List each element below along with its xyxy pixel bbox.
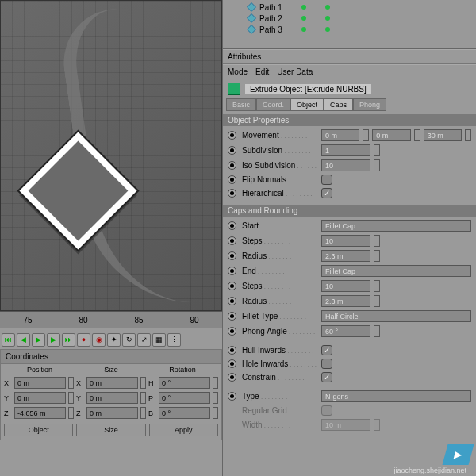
hier-checkbox[interactable] bbox=[321, 188, 332, 198]
play-icon[interactable]: ▶ bbox=[32, 333, 45, 347]
spinner[interactable] bbox=[68, 392, 74, 404]
pos-x-input[interactable]: 0 m bbox=[14, 377, 66, 389]
viewport[interactable] bbox=[0, 0, 222, 311]
anim-dot-icon[interactable] bbox=[228, 267, 236, 275]
spinner[interactable] bbox=[140, 392, 146, 404]
object-mode-dropdown[interactable]: Object bbox=[4, 424, 73, 436]
vis-dot-icon[interactable] bbox=[301, 5, 306, 10]
object-tree[interactable]: Path 1 Path 2 Path 3 bbox=[223, 0, 476, 49]
vis-dot-icon[interactable] bbox=[325, 27, 330, 32]
tab-coord[interactable]: Coord. bbox=[256, 98, 290, 111]
type-dropdown[interactable]: N-gons bbox=[321, 390, 471, 402]
vis-dot-icon[interactable] bbox=[325, 16, 330, 21]
next-frame-icon[interactable]: ▶ bbox=[47, 333, 60, 347]
spinner[interactable] bbox=[374, 235, 380, 247]
menu-edit[interactable]: Edit bbox=[255, 67, 269, 76]
spinner[interactable] bbox=[465, 129, 471, 141]
tab-basic[interactable]: Basic bbox=[226, 98, 256, 111]
size-mode-dropdown[interactable]: Size bbox=[76, 424, 145, 436]
spinner[interactable] bbox=[68, 377, 74, 389]
goto-end-icon[interactable]: ⏭ bbox=[62, 333, 75, 347]
phong-input[interactable]: 60 ° bbox=[321, 325, 370, 337]
movement-y-input[interactable]: 0 m bbox=[372, 129, 410, 141]
pos-y-input[interactable]: 0 m bbox=[14, 392, 66, 404]
radius-start-input[interactable]: 2.3 m bbox=[321, 250, 370, 262]
rot-p-input[interactable]: 0 ° bbox=[159, 392, 210, 404]
spinner[interactable] bbox=[213, 377, 218, 389]
anim-dot-icon[interactable] bbox=[228, 359, 236, 368]
anim-dot-icon[interactable] bbox=[228, 346, 236, 355]
size-z-input[interactable]: 0 m bbox=[86, 407, 138, 419]
menu-userdata[interactable]: User Data bbox=[277, 67, 313, 76]
anim-dot-icon[interactable] bbox=[228, 373, 236, 382]
anim-dot-icon[interactable] bbox=[228, 297, 236, 305]
autokey-icon[interactable]: ◉ bbox=[92, 333, 106, 347]
steps-end-input[interactable]: 10 bbox=[321, 280, 370, 292]
spinner[interactable] bbox=[140, 407, 146, 419]
hull-checkbox[interactable] bbox=[321, 345, 332, 355]
steps-start-input[interactable]: 10 bbox=[321, 235, 370, 247]
timeline-ruler[interactable]: 75 80 85 90 0 F bbox=[0, 311, 222, 328]
anim-dot-icon[interactable] bbox=[228, 221, 236, 230]
pos-z-input[interactable]: -4.056 m bbox=[14, 407, 66, 419]
anim-dot-icon[interactable] bbox=[228, 392, 236, 401]
anim-dot-icon[interactable] bbox=[228, 131, 236, 140]
anim-dot-icon[interactable] bbox=[228, 251, 236, 260]
rot-b-input[interactable]: 0 ° bbox=[159, 407, 210, 419]
record-icon[interactable]: ● bbox=[77, 333, 90, 347]
anim-dot-icon[interactable] bbox=[228, 189, 236, 198]
menu-mode[interactable]: Mode bbox=[228, 67, 248, 76]
radius-end-input[interactable]: 2.3 m bbox=[321, 295, 370, 307]
subdivision-input[interactable]: 1 bbox=[321, 144, 370, 156]
key-param-icon[interactable]: ▦ bbox=[152, 333, 166, 347]
movement-z-input[interactable]: 30 m bbox=[424, 129, 462, 141]
key-rot-icon[interactable]: ↻ bbox=[122, 333, 136, 347]
goto-start-icon[interactable]: ⏮ bbox=[2, 333, 15, 347]
vis-dot-icon[interactable] bbox=[325, 5, 330, 10]
anim-dot-icon[interactable] bbox=[228, 282, 236, 290]
tab-phong[interactable]: Phong bbox=[353, 98, 386, 111]
key-pos-icon[interactable]: ✦ bbox=[107, 333, 121, 347]
tab-caps[interactable]: Caps bbox=[324, 98, 353, 111]
hole-checkbox[interactable] bbox=[321, 359, 332, 369]
flip-checkbox[interactable] bbox=[321, 175, 332, 185]
rot-h-input[interactable]: 0 ° bbox=[159, 377, 210, 389]
axis-label: P bbox=[148, 394, 156, 402]
apply-button[interactable]: Apply bbox=[149, 424, 218, 436]
fillet-type-dropdown[interactable]: Half Circle bbox=[321, 310, 471, 322]
tree-item[interactable]: Path 1 bbox=[228, 2, 471, 13]
spinner[interactable] bbox=[363, 129, 369, 141]
end-dropdown[interactable]: Fillet Cap bbox=[321, 265, 471, 277]
spinner[interactable] bbox=[68, 407, 74, 419]
key-scale-icon[interactable]: ⤢ bbox=[137, 333, 151, 347]
spinner[interactable] bbox=[374, 295, 380, 307]
constrain-checkbox[interactable] bbox=[321, 372, 332, 382]
tab-object[interactable]: Object bbox=[290, 98, 324, 111]
anim-dot-icon[interactable] bbox=[228, 175, 236, 184]
spinner[interactable] bbox=[140, 377, 146, 389]
spinner[interactable] bbox=[414, 129, 420, 141]
options-icon[interactable]: ⋮ bbox=[167, 333, 181, 347]
vis-dot-icon[interactable] bbox=[301, 16, 306, 21]
spinner[interactable] bbox=[374, 144, 380, 156]
iso-input[interactable]: 10 bbox=[321, 159, 370, 171]
anim-dot-icon[interactable] bbox=[228, 327, 236, 336]
anim-dot-icon[interactable] bbox=[228, 312, 236, 321]
start-dropdown[interactable]: Fillet Cap bbox=[321, 220, 471, 232]
anim-dot-icon[interactable] bbox=[228, 146, 236, 155]
prev-frame-icon[interactable]: ◀ bbox=[17, 333, 30, 347]
spinner[interactable] bbox=[213, 407, 218, 419]
size-x-input[interactable]: 0 m bbox=[86, 377, 138, 389]
spinner[interactable] bbox=[374, 325, 380, 337]
spinner[interactable] bbox=[374, 280, 380, 292]
vis-dot-icon[interactable] bbox=[301, 27, 306, 32]
tree-item[interactable]: Path 3 bbox=[228, 24, 471, 35]
anim-dot-icon[interactable] bbox=[228, 236, 236, 245]
spinner[interactable] bbox=[374, 159, 380, 171]
tree-item[interactable]: Path 2 bbox=[228, 13, 471, 24]
anim-dot-icon[interactable] bbox=[228, 161, 236, 170]
spinner[interactable] bbox=[213, 392, 218, 404]
movement-x-input[interactable]: 0 m bbox=[321, 129, 359, 141]
spinner[interactable] bbox=[374, 250, 380, 262]
size-y-input[interactable]: 0 m bbox=[86, 392, 138, 404]
